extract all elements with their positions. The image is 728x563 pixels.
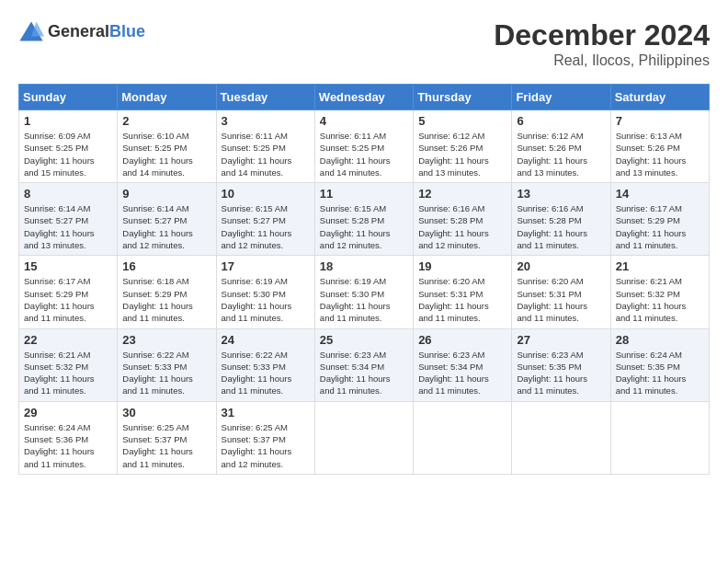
day-detail: Sunrise: 6:11 AM Sunset: 5:25 PM Dayligh… (222, 131, 292, 178)
day-number: 2 (122, 114, 210, 128)
day-detail: Sunrise: 6:12 AM Sunset: 5:26 PM Dayligh… (418, 131, 489, 178)
week-row-3: 15Sunrise: 6:17 AM Sunset: 5:29 PM Dayli… (19, 256, 710, 328)
day-number: 12 (418, 187, 506, 201)
day-cell-3: 3Sunrise: 6:11 AM Sunset: 5:25 PM Daylig… (216, 110, 314, 183)
day-cell-4: 4Sunrise: 6:11 AM Sunset: 5:25 PM Daylig… (314, 110, 413, 183)
day-detail: Sunrise: 6:25 AM Sunset: 5:37 PM Dayligh… (122, 422, 193, 469)
day-cell-26: 26Sunrise: 6:23 AM Sunset: 5:34 PM Dayli… (414, 328, 512, 401)
title-area: December 2024 Real, Ilocos, Philippines (494, 18, 710, 69)
week-row-1: 1Sunrise: 6:09 AM Sunset: 5:25 PM Daylig… (19, 110, 710, 183)
day-cell-13: 13Sunrise: 6:16 AM Sunset: 5:28 PM Dayli… (512, 183, 610, 256)
weekday-header-saturday: Saturday (610, 85, 709, 110)
day-number: 27 (517, 333, 605, 347)
day-cell-27: 27Sunrise: 6:23 AM Sunset: 5:35 PM Dayli… (512, 328, 610, 401)
day-number: 25 (320, 333, 408, 347)
day-cell-5: 5Sunrise: 6:12 AM Sunset: 5:26 PM Daylig… (414, 110, 512, 183)
day-detail: Sunrise: 6:14 AM Sunset: 5:27 PM Dayligh… (24, 203, 95, 250)
day-detail: Sunrise: 6:23 AM Sunset: 5:34 PM Dayligh… (418, 350, 489, 396)
day-number: 31 (222, 406, 310, 419)
day-number: 11 (320, 187, 408, 201)
day-detail: Sunrise: 6:23 AM Sunset: 5:35 PM Dayligh… (517, 350, 587, 396)
page-header: GeneralBlue December 2024 Real, Ilocos, … (18, 18, 710, 69)
day-cell-15: 15Sunrise: 6:17 AM Sunset: 5:29 PM Dayli… (19, 256, 118, 328)
day-number: 20 (517, 259, 605, 273)
day-detail: Sunrise: 6:17 AM Sunset: 5:29 PM Dayligh… (616, 203, 687, 250)
logo: GeneralBlue (18, 18, 145, 44)
day-number: 17 (222, 259, 310, 273)
day-number: 23 (122, 333, 210, 347)
day-detail: Sunrise: 6:22 AM Sunset: 5:33 PM Dayligh… (222, 350, 292, 396)
day-detail: Sunrise: 6:16 AM Sunset: 5:28 PM Dayligh… (517, 203, 587, 250)
day-cell-2: 2Sunrise: 6:10 AM Sunset: 5:25 PM Daylig… (118, 110, 216, 183)
day-cell-14: 14Sunrise: 6:17 AM Sunset: 5:29 PM Dayli… (610, 183, 709, 256)
day-number: 3 (222, 114, 310, 128)
day-detail: Sunrise: 6:16 AM Sunset: 5:28 PM Dayligh… (418, 203, 489, 250)
day-detail: Sunrise: 6:14 AM Sunset: 5:27 PM Dayligh… (122, 203, 193, 250)
day-cell-7: 7Sunrise: 6:13 AM Sunset: 5:26 PM Daylig… (610, 110, 709, 183)
location-title: Real, Ilocos, Philippines (494, 52, 710, 69)
day-cell-25: 25Sunrise: 6:23 AM Sunset: 5:34 PM Dayli… (314, 328, 413, 401)
day-cell-10: 10Sunrise: 6:15 AM Sunset: 5:27 PM Dayli… (216, 183, 314, 256)
calendar-table: SundayMondayTuesdayWednesdayThursdayFrid… (18, 84, 710, 475)
day-number: 15 (24, 259, 112, 273)
day-detail: Sunrise: 6:19 AM Sunset: 5:30 PM Dayligh… (320, 276, 391, 323)
day-detail: Sunrise: 6:24 AM Sunset: 5:36 PM Dayligh… (24, 422, 95, 469)
day-cell-29: 29Sunrise: 6:24 AM Sunset: 5:36 PM Dayli… (19, 401, 118, 474)
day-detail: Sunrise: 6:24 AM Sunset: 5:35 PM Dayligh… (616, 350, 687, 396)
day-number: 30 (122, 406, 210, 419)
day-cell-12: 12Sunrise: 6:16 AM Sunset: 5:28 PM Dayli… (414, 183, 512, 256)
day-number: 29 (24, 406, 112, 419)
day-number: 1 (24, 114, 112, 128)
day-number: 6 (517, 114, 605, 128)
empty-cell (314, 401, 413, 474)
day-detail: Sunrise: 6:23 AM Sunset: 5:34 PM Dayligh… (320, 350, 391, 396)
day-cell-11: 11Sunrise: 6:15 AM Sunset: 5:28 PM Dayli… (314, 183, 413, 256)
day-cell-19: 19Sunrise: 6:20 AM Sunset: 5:31 PM Dayli… (414, 256, 512, 328)
day-detail: Sunrise: 6:13 AM Sunset: 5:26 PM Dayligh… (616, 131, 687, 178)
empty-cell (414, 401, 512, 474)
logo-text-blue: Blue (109, 22, 145, 40)
weekday-header-friday: Friday (512, 85, 610, 110)
day-number: 16 (122, 259, 210, 273)
day-detail: Sunrise: 6:18 AM Sunset: 5:29 PM Dayligh… (122, 276, 193, 323)
day-cell-17: 17Sunrise: 6:19 AM Sunset: 5:30 PM Dayli… (216, 256, 314, 328)
weekday-header-row: SundayMondayTuesdayWednesdayThursdayFrid… (19, 85, 710, 110)
day-detail: Sunrise: 6:19 AM Sunset: 5:30 PM Dayligh… (222, 276, 292, 323)
day-detail: Sunrise: 6:10 AM Sunset: 5:25 PM Dayligh… (122, 131, 193, 178)
day-number: 4 (320, 114, 408, 128)
week-row-2: 8Sunrise: 6:14 AM Sunset: 5:27 PM Daylig… (19, 183, 710, 256)
month-title: December 2024 (494, 18, 710, 52)
logo-text-general: General (48, 22, 109, 40)
day-cell-20: 20Sunrise: 6:20 AM Sunset: 5:31 PM Dayli… (512, 256, 610, 328)
day-number: 26 (418, 333, 506, 347)
day-cell-6: 6Sunrise: 6:12 AM Sunset: 5:26 PM Daylig… (512, 110, 610, 183)
day-detail: Sunrise: 6:17 AM Sunset: 5:29 PM Dayligh… (24, 276, 95, 323)
weekday-header-monday: Monday (118, 85, 216, 110)
day-cell-1: 1Sunrise: 6:09 AM Sunset: 5:25 PM Daylig… (19, 110, 118, 183)
day-number: 24 (222, 333, 310, 347)
weekday-header-wednesday: Wednesday (314, 85, 413, 110)
day-number: 7 (616, 114, 704, 128)
day-detail: Sunrise: 6:21 AM Sunset: 5:32 PM Dayligh… (24, 350, 95, 396)
day-detail: Sunrise: 6:25 AM Sunset: 5:37 PM Dayligh… (222, 422, 292, 469)
day-cell-30: 30Sunrise: 6:25 AM Sunset: 5:37 PM Dayli… (118, 401, 216, 474)
day-number: 22 (24, 333, 112, 347)
day-cell-9: 9Sunrise: 6:14 AM Sunset: 5:27 PM Daylig… (118, 183, 216, 256)
day-number: 5 (418, 114, 506, 128)
day-detail: Sunrise: 6:20 AM Sunset: 5:31 PM Dayligh… (517, 276, 587, 323)
day-number: 10 (222, 187, 310, 201)
day-detail: Sunrise: 6:09 AM Sunset: 5:25 PM Dayligh… (24, 131, 95, 178)
day-cell-23: 23Sunrise: 6:22 AM Sunset: 5:33 PM Dayli… (118, 328, 216, 401)
day-number: 18 (320, 259, 408, 273)
day-detail: Sunrise: 6:12 AM Sunset: 5:26 PM Dayligh… (517, 131, 587, 178)
week-row-5: 29Sunrise: 6:24 AM Sunset: 5:36 PM Dayli… (19, 401, 710, 474)
day-detail: Sunrise: 6:20 AM Sunset: 5:31 PM Dayligh… (418, 276, 489, 323)
day-number: 9 (122, 187, 210, 201)
day-cell-21: 21Sunrise: 6:21 AM Sunset: 5:32 PM Dayli… (610, 256, 709, 328)
weekday-header-tuesday: Tuesday (216, 85, 314, 110)
day-detail: Sunrise: 6:21 AM Sunset: 5:32 PM Dayligh… (616, 276, 687, 323)
logo-icon (18, 18, 44, 44)
day-detail: Sunrise: 6:15 AM Sunset: 5:28 PM Dayligh… (320, 203, 391, 250)
day-cell-31: 31Sunrise: 6:25 AM Sunset: 5:37 PM Dayli… (216, 401, 314, 474)
empty-cell (610, 401, 709, 474)
